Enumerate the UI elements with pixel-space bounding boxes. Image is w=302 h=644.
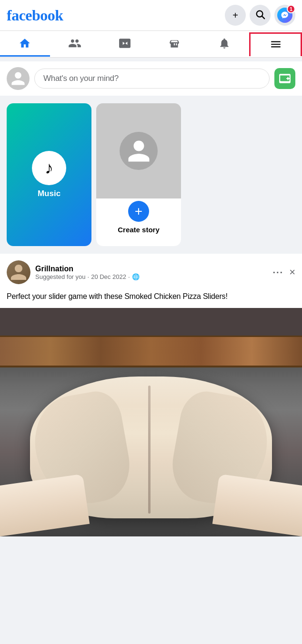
post-avatar-icon [9,263,28,282]
menu-icon [270,38,282,50]
music-circle: ♪ [32,151,66,185]
post-bar: What's on your mind? [0,61,302,96]
story-create-avatar [120,132,158,170]
home-icon [19,37,31,50]
close-post-button[interactable]: × [289,266,295,278]
svg-line-1 [262,16,264,19]
post-meta: Grillnation Suggested for you · 20 Dec 2… [35,265,268,280]
story-create[interactable]: + Create story [96,103,181,246]
nav-friends[interactable] [50,31,100,57]
nav-home[interactable] [0,31,50,57]
bell-icon [218,37,231,50]
header: facebook + 1 [0,0,302,31]
story-music[interactable]: ♪ Music [7,103,91,246]
plus-icon: + [232,10,238,21]
marketplace-icon [168,37,181,50]
post-input[interactable]: What's on your mind? [34,69,270,89]
add-button[interactable]: + [225,5,246,26]
create-story-plus: + [128,201,149,222]
post-author-avatar[interactable] [7,260,30,284]
story-create-top [96,103,181,198]
navbar [0,31,302,58]
post-author-name[interactable]: Grillnation [35,265,268,273]
post-header: Grillnation Suggested for you · 20 Dec 2… [0,254,302,287]
post-subtitle: Suggested for you · 20 Dec 2022 · 🌐 [35,273,268,280]
header-icons: + 1 [225,5,295,26]
photo-button[interactable] [274,68,295,89]
more-options-button[interactable]: ··· [272,267,283,278]
story-create-label: Create story [118,226,160,234]
photo-icon [279,72,291,85]
story-music-label: Music [38,189,60,198]
post-image-visual [0,308,302,536]
search-button[interactable] [250,5,271,26]
user-avatar-icon [10,70,26,87]
story-avatar-icon [126,138,152,164]
facebook-logo: facebook [7,7,63,24]
messenger-badge: 1 [287,5,295,13]
post-card: Grillnation Suggested for you · 20 Dec 2… [0,254,302,536]
nav-video[interactable] [100,31,150,57]
story-create-bottom: + Create story [96,198,181,246]
music-note-icon: ♪ [45,158,53,178]
post-suggested: Suggested for you [35,273,86,280]
nav-notifications[interactable] [200,31,250,57]
messenger-button[interactable]: 1 [274,5,295,26]
user-avatar [7,67,30,90]
stories-section: ♪ Music + Create story [0,99,302,250]
post-text: Perfect your slider game with these Smok… [0,287,302,308]
post-image [0,308,302,536]
search-icon [255,9,265,22]
video-icon [119,37,131,50]
nav-menu[interactable] [249,32,302,56]
post-date: 20 Dec 2022 [91,273,126,280]
post-actions: ··· × [272,266,295,278]
friends-icon [68,37,81,50]
visibility-globe-icon: 🌐 [132,273,140,280]
nav-marketplace[interactable] [150,31,200,57]
